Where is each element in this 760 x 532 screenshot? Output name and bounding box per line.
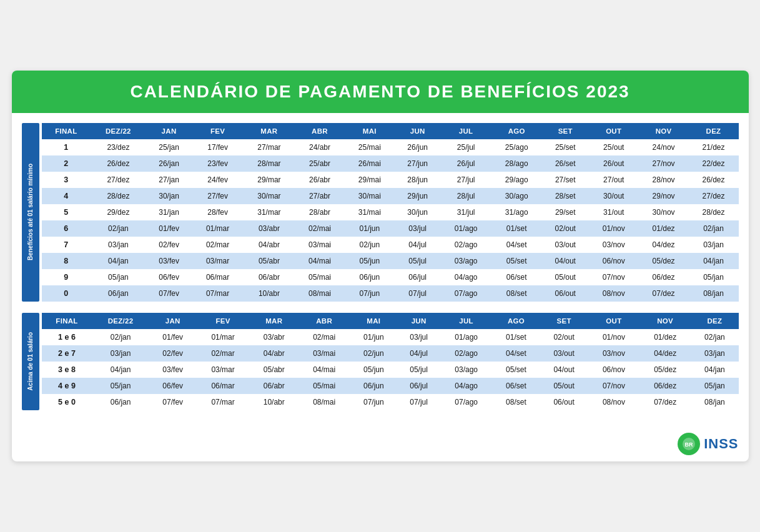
date-cell: 07/jun — [350, 394, 397, 410]
date-cell: 06/out — [542, 285, 589, 302]
date-cell: 03/mar — [197, 362, 250, 378]
date-cell: 06/mar — [192, 269, 243, 285]
date-cell: 28/nov — [639, 172, 689, 188]
section1-header-row: FINALDEZ/22JANFEVMARABRMAIJUNJULAGOSETOU… — [42, 123, 739, 139]
date-cell: 27/mar — [244, 139, 295, 155]
date-cell: 03/jul — [397, 329, 440, 345]
table-row: 905/jan06/fev06/mar06/abr05/mai06/jun06/… — [42, 269, 739, 285]
date-cell: 07/ago — [441, 285, 491, 302]
date-cell: 03/nov — [588, 345, 639, 362]
date-cell: 03/fev — [146, 253, 192, 269]
date-cell: 01/ago — [441, 220, 491, 237]
section1-label: Benefícios até 01 salário mínimo — [26, 159, 35, 265]
date-cell: 06/abr — [244, 269, 295, 285]
date-cell: 25/set — [542, 139, 589, 155]
date-cell: 05/jan — [689, 269, 739, 285]
date-cell: 28/jun — [395, 172, 441, 188]
final-digit-cell: 5 — [42, 204, 91, 220]
date-cell: 25/abr — [295, 155, 345, 172]
date-cell: 29/dez — [91, 204, 146, 220]
date-cell: 03/abr — [249, 329, 299, 345]
date-cell: 26/set — [542, 155, 589, 172]
date-cell: 02/fev — [146, 237, 192, 253]
inss-emblem-icon: BR — [679, 435, 698, 453]
final-digit-cell: 8 — [42, 253, 91, 269]
date-cell: 05/jun — [350, 362, 397, 378]
date-cell: 27/nov — [639, 155, 689, 172]
date-cell: 26/jul — [441, 155, 491, 172]
date-cell: 06/fev — [149, 378, 197, 394]
page-header: CALENDÁRIO DE PAGAMENTO DE BENEFÍCIOS 20… — [12, 71, 749, 113]
date-cell: 28/fev — [192, 204, 243, 220]
section2-col-header: FEV — [197, 313, 250, 329]
date-cell: 02/jan — [91, 220, 146, 237]
section2-label: Acima de 01 salário — [26, 327, 35, 395]
table-row: 1 e 602/jan01/fev01/mar03/abr02/mai01/ju… — [42, 329, 739, 345]
final-digit-cell: 6 — [42, 220, 91, 237]
date-cell: 07/mar — [192, 285, 243, 302]
date-cell: 24/abr — [295, 139, 345, 155]
final-digit-cell: 3 — [42, 172, 91, 188]
date-cell: 01/jun — [350, 329, 397, 345]
date-cell: 28/abr — [295, 204, 345, 220]
date-cell: 03/jan — [91, 237, 146, 253]
date-cell: 04/jan — [92, 362, 149, 378]
table-row: 006/jan07/fev07/mar10/abr08/mai07/jun07/… — [42, 285, 739, 302]
date-cell: 06/dez — [639, 378, 691, 394]
date-cell: 04/jan — [91, 253, 146, 269]
date-cell: 27/dez — [91, 172, 146, 188]
inss-text-label: INSS — [704, 436, 738, 452]
date-cell: 31/ago — [491, 204, 542, 220]
date-cell: 31/jan — [146, 204, 192, 220]
inss-circle-icon: BR — [678, 433, 700, 455]
date-cell: 02/mai — [295, 220, 345, 237]
date-cell: 28/jul — [441, 188, 491, 204]
date-cell: 05/abr — [249, 362, 299, 378]
date-cell: 03/fev — [149, 362, 197, 378]
date-cell: 25/mai — [345, 139, 395, 155]
date-cell: 02/ago — [441, 237, 491, 253]
table-row: 327/dez27/jan24/fev29/mar26/abr29/mai28/… — [42, 172, 739, 188]
page-title: CALENDÁRIO DE PAGAMENTO DE BENEFÍCIOS 20… — [18, 82, 743, 102]
date-cell: 08/jan — [689, 285, 739, 302]
date-cell: 04/jul — [397, 345, 440, 362]
table-row: 2 e 703/jan02/fev02/mar04/abr03/mai02/ju… — [42, 345, 739, 362]
date-cell: 02/jun — [350, 345, 397, 362]
date-cell: 01/ago — [440, 329, 493, 345]
date-cell: 01/nov — [588, 329, 639, 345]
date-cell: 24/fev — [192, 172, 243, 188]
date-cell: 05/jan — [92, 378, 149, 394]
date-cell: 05/jan — [691, 378, 738, 394]
date-cell: 01/dez — [639, 329, 691, 345]
date-cell: 04/mai — [299, 362, 350, 378]
date-cell: 04/mai — [295, 253, 345, 269]
date-cell: 05/dez — [639, 253, 689, 269]
section1-col-header: MAI — [345, 123, 395, 139]
section1-col-header: OUT — [589, 123, 639, 139]
date-cell: 04/dez — [639, 237, 689, 253]
section1-col-header: FEV — [192, 123, 243, 139]
main-content: Benefícios até 01 salário mínimo FINALDE… — [12, 113, 749, 429]
date-cell: 26/dez — [689, 172, 739, 188]
date-cell: 28/dez — [689, 204, 739, 220]
date-cell: 29/nov — [639, 188, 689, 204]
date-cell: 06/abr — [249, 378, 299, 394]
date-cell: 06/set — [491, 269, 542, 285]
section2-col-header: FINAL — [42, 313, 92, 329]
final-digit-cell: 7 — [42, 237, 91, 253]
date-cell: 07/jul — [397, 394, 440, 410]
date-cell: 23/dez — [91, 139, 146, 155]
page-footer: BR INSS — [12, 429, 749, 461]
date-cell: 31/mar — [244, 204, 295, 220]
date-cell: 05/mai — [295, 269, 345, 285]
date-cell: 05/set — [492, 362, 540, 378]
date-cell: 22/dez — [689, 155, 739, 172]
page-container: CALENDÁRIO DE PAGAMENTO DE BENEFÍCIOS 20… — [12, 71, 749, 461]
date-cell: 03/jan — [689, 237, 739, 253]
date-cell: 26/dez — [91, 155, 146, 172]
date-cell: 03/mai — [295, 237, 345, 253]
date-cell: 07/dez — [639, 285, 689, 302]
section2-table: FINALDEZ/22JANFEVMARABRMAIJUNJULAGOSETOU… — [42, 313, 739, 410]
section2-col-header: SET — [540, 313, 588, 329]
date-cell: 30/mai — [345, 188, 395, 204]
